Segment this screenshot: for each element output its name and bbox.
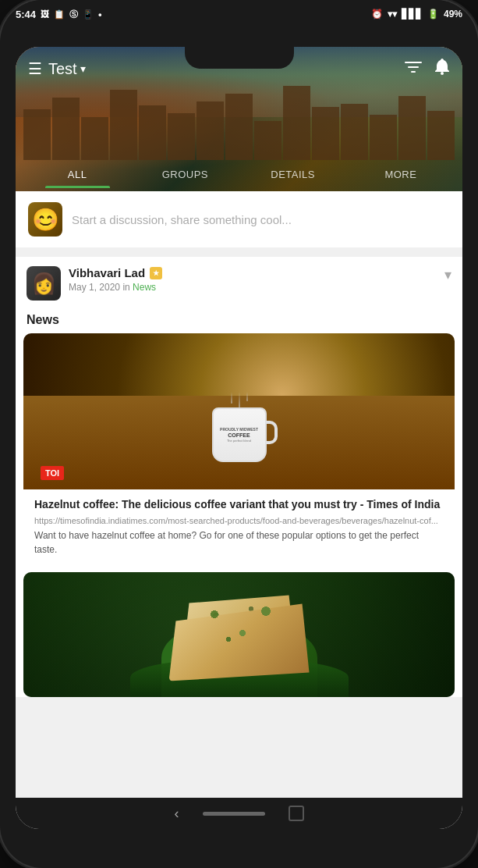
back-button[interactable]: ‹ <box>175 806 179 822</box>
post-avatar-emoji: 👩 <box>31 272 56 296</box>
avatar-emoji: 😊 <box>32 207 59 233</box>
news-description: Want to have hazelnut coffee at home? Go… <box>34 528 444 557</box>
recent-apps-button[interactable] <box>289 806 304 821</box>
phone-screen: ☰ Test ▾ <box>16 47 462 829</box>
post-user-info: Vibhavari Lad ★ May 1, 2020 in News <box>69 266 437 293</box>
current-user-avatar: 😊 <box>28 202 62 237</box>
building-15 <box>427 111 455 160</box>
notes-icon: 📋 <box>54 9 65 20</box>
navigation-tabs: ALL GROUPS DETAILS MORE <box>16 157 462 191</box>
dot-indicator: • <box>98 9 102 20</box>
dropdown-arrow-icon[interactable]: ▾ <box>80 62 86 75</box>
post-meta: May 1, 2020 in News <box>69 282 156 293</box>
status-bar: 5:44 🖼 📋 Ⓢ 📱 • ⏰ ▾▾ ▋▋▋ 🔋 49% <box>0 0 478 28</box>
content-area: 😊 Start a discussion, share something co… <box>16 191 462 801</box>
whatsapp-icon: 📱 <box>83 9 94 20</box>
status-left: 5:44 🖼 📋 Ⓢ 📱 • <box>16 9 102 20</box>
header-left: ☰ Test ▾ <box>28 59 86 78</box>
post-header: 👩 Vibhavari Lad ★ May 1, 2020 in News ▾ <box>16 257 462 310</box>
post-category-link[interactable]: News <box>133 282 156 293</box>
coffee-image: PROUDLY MIDWEST COFFEE The perfect blend… <box>23 333 455 489</box>
food-image-bg <box>23 572 455 697</box>
steam-3 <box>246 392 248 401</box>
green-toppings <box>196 596 289 658</box>
toi-badge: TOI <box>41 466 64 480</box>
steam-2 <box>239 392 240 407</box>
battery-percent: 49% <box>444 9 462 20</box>
post-date: May 1, 2020 in <box>69 282 130 293</box>
bottom-navigation-bar: ‹ <box>16 798 462 829</box>
building-12 <box>341 104 368 160</box>
signal-icon: ▋▋▋ <box>402 9 423 20</box>
building-11 <box>312 107 339 160</box>
username-text: Vibhavari Lad <box>69 266 145 279</box>
hamburger-icon[interactable]: ☰ <box>28 59 42 78</box>
time-display: 5:44 <box>16 9 36 20</box>
building-5 <box>139 105 166 160</box>
post-author-avatar: 👩 <box>27 266 61 301</box>
status-right: ⏰ ▾▾ ▋▋▋ 🔋 49% <box>371 9 462 20</box>
food-news-image <box>23 572 455 697</box>
steam-effect <box>228 392 251 407</box>
post-menu-icon[interactable]: ▾ <box>444 266 451 283</box>
filter-icon[interactable] <box>405 60 422 78</box>
post-input-card: 😊 Start a discussion, share something co… <box>16 191 462 247</box>
battery-icon: 🔋 <box>427 9 439 20</box>
svg-point-3 <box>441 72 444 75</box>
tab-groups[interactable]: GROUPS <box>131 161 239 188</box>
news-text-area: Hazelnut coffee: The delicious coffee va… <box>23 489 455 567</box>
alarm-icon: ⏰ <box>371 9 383 20</box>
news-title[interactable]: Hazelnut coffee: The delicious coffee va… <box>34 497 444 513</box>
steam-1 <box>231 392 232 404</box>
tab-details-label: DETAILS <box>271 169 315 180</box>
building-13 <box>370 115 397 160</box>
svg-rect-2 <box>411 71 416 73</box>
post-card: 👩 Vibhavari Lad ★ May 1, 2020 in News ▾ <box>16 257 462 697</box>
app-title: Test ▾ <box>48 60 86 78</box>
tab-all-label: ALL <box>68 169 87 180</box>
verified-badge: ★ <box>150 267 162 279</box>
building-3 <box>81 117 108 160</box>
tab-all[interactable]: ALL <box>23 161 131 188</box>
news-url: https://timesofindia.indiatimes.com/most… <box>34 516 444 525</box>
tab-more[interactable]: MORE <box>347 161 455 188</box>
svg-rect-0 <box>405 62 422 63</box>
home-indicator[interactable] <box>203 812 265 816</box>
tab-details[interactable]: DETAILS <box>239 161 347 188</box>
wifi-icon: ▾▾ <box>388 9 397 20</box>
news-image-container: PROUDLY MIDWEST COFFEE The perfect blend… <box>23 333 455 567</box>
header-right <box>405 59 450 80</box>
bell-icon[interactable] <box>434 59 450 80</box>
building-14 <box>398 96 426 160</box>
post-input-placeholder[interactable]: Start a discussion, share something cool… <box>72 213 450 226</box>
news-category-label: News <box>16 310 462 333</box>
mug-handle <box>265 421 278 444</box>
city-buildings <box>23 98 455 160</box>
coffee-mug: PROUDLY MIDWEST COFFEE The perfect blend <box>208 407 271 474</box>
building-6 <box>168 113 195 160</box>
building-1 <box>23 109 51 160</box>
building-4 <box>110 90 137 160</box>
gallery-icon: 🖼 <box>41 9 49 19</box>
skype-icon: Ⓢ <box>69 9 78 20</box>
building-8 <box>225 94 253 160</box>
svg-rect-1 <box>408 66 419 68</box>
mug-body: PROUDLY MIDWEST COFFEE The perfect blend <box>212 407 267 462</box>
building-2 <box>52 98 80 160</box>
post-username: Vibhavari Lad ★ <box>69 266 437 279</box>
app-title-text: Test <box>48 60 77 78</box>
building-9 <box>254 121 281 160</box>
mug-text: COFFEE <box>228 432 250 439</box>
mug-subtext: The perfect blend <box>227 439 251 443</box>
building-7 <box>197 101 224 160</box>
tab-more-label: MORE <box>384 169 416 180</box>
building-10 <box>283 86 310 160</box>
tab-groups-label: GROUPS <box>162 169 208 180</box>
